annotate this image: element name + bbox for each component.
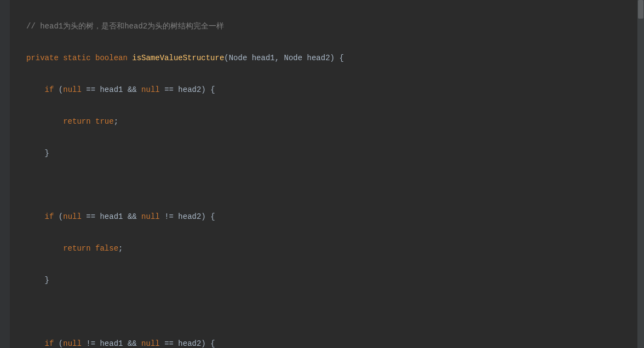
keyword-if: if: [45, 212, 54, 221]
keyword-null: null: [63, 85, 82, 94]
paren-close: ): [201, 212, 205, 221]
op-and: &&: [128, 85, 137, 94]
paren-open: (: [59, 212, 63, 221]
scrollbar-thumb[interactable]: [638, 0, 643, 19]
brace-open: {: [339, 54, 343, 62]
var-head1: head1: [100, 85, 123, 94]
code-line: if (null == head1 && null != head2) {: [26, 209, 644, 225]
var-head2: head2: [178, 85, 201, 94]
code-line: }: [26, 272, 644, 288]
brace-close: }: [45, 149, 49, 158]
paren-open: (: [59, 85, 63, 94]
code-line: [26, 304, 644, 320]
var-head1: head1: [100, 339, 123, 348]
code-line: // head1为头的树，是否和head2为头的树结构完全一样: [26, 19, 644, 34]
keyword-return: return: [63, 117, 90, 126]
op-and: &&: [128, 339, 137, 348]
paren-close: ): [330, 54, 335, 62]
keyword-return: return: [63, 244, 90, 253]
op-and: &&: [128, 212, 137, 221]
keyword-true: true: [95, 117, 114, 126]
semicolon: ;: [118, 244, 123, 253]
paren-close: ): [201, 85, 205, 94]
op-eq: ==: [86, 212, 95, 221]
var-head2: head2: [178, 339, 201, 348]
keyword-null: null: [141, 212, 160, 221]
keyword-if: if: [45, 339, 54, 348]
paren-close: ): [201, 339, 205, 348]
keyword-null: null: [63, 339, 82, 348]
keyword-boolean: boolean: [95, 54, 128, 62]
semicolon: ;: [114, 117, 118, 126]
method-declaration: isSameValueStructure: [132, 54, 224, 62]
code-line: return false;: [26, 241, 644, 257]
code-line: private static boolean isSameValueStruct…: [26, 50, 644, 66]
param-head1: head1: [252, 54, 275, 62]
op-eq: ==: [164, 339, 174, 348]
brace-open: {: [210, 212, 215, 221]
op-eq: ==: [86, 85, 95, 94]
code-line: if (null == head1 && null == head2) {: [26, 82, 644, 98]
code-line: [26, 177, 644, 193]
comment-text: // head1为头的树，是否和head2为头的树结构完全一样: [26, 22, 224, 31]
op-eq: ==: [164, 85, 174, 94]
code-line: }: [26, 146, 644, 161]
keyword-if: if: [45, 85, 54, 94]
keyword-false: false: [95, 244, 118, 253]
brace-open: {: [210, 339, 215, 348]
editor-gutter: [0, 0, 10, 348]
scrollbar-track[interactable]: [637, 0, 644, 348]
keyword-private: private: [26, 54, 59, 62]
comma: ,: [275, 54, 279, 62]
type-node: Node: [284, 54, 303, 62]
var-head2: head2: [178, 212, 201, 221]
op-neq: !=: [164, 212, 174, 221]
keyword-static: static: [63, 54, 90, 62]
paren-open: (: [59, 339, 63, 348]
var-head1: head1: [100, 212, 123, 221]
code-editor[interactable]: // head1为头的树，是否和head2为头的树结构完全一样 private …: [0, 0, 644, 348]
brace-close: }: [45, 276, 49, 285]
keyword-null: null: [141, 85, 160, 94]
param-head2: head2: [307, 54, 330, 62]
code-line: return true;: [26, 114, 644, 130]
code-line: if (null != head1 && null == head2) {: [26, 336, 644, 348]
brace-open: {: [210, 85, 215, 94]
type-node: Node: [229, 54, 248, 62]
keyword-null: null: [141, 339, 160, 348]
keyword-null: null: [63, 212, 82, 221]
op-neq: !=: [86, 339, 95, 348]
paren-open: (: [224, 54, 228, 62]
